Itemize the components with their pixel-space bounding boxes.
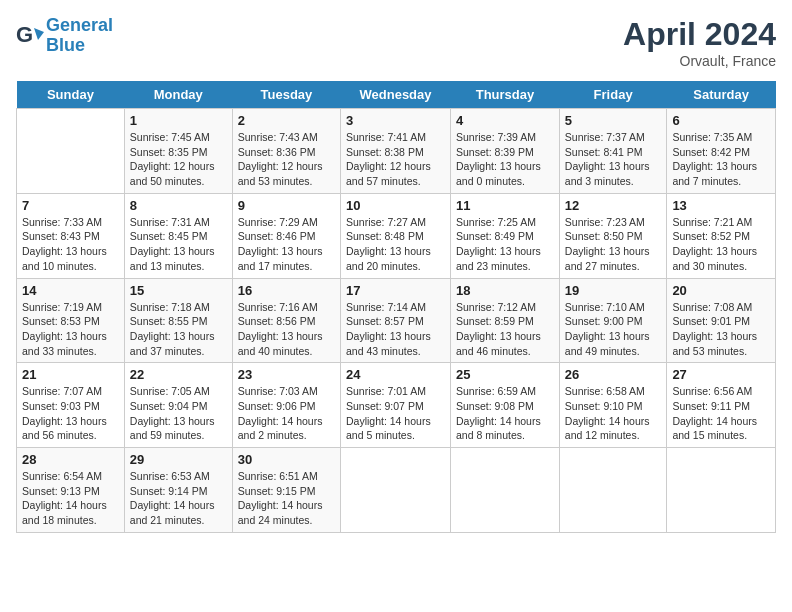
day-info: Sunrise: 7:16 AM Sunset: 8:56 PM Dayligh… xyxy=(238,300,335,359)
day-info: Sunrise: 7:19 AM Sunset: 8:53 PM Dayligh… xyxy=(22,300,119,359)
day-info: Sunrise: 7:25 AM Sunset: 8:49 PM Dayligh… xyxy=(456,215,554,274)
calendar-cell: 8Sunrise: 7:31 AM Sunset: 8:45 PM Daylig… xyxy=(124,193,232,278)
day-info: Sunrise: 7:18 AM Sunset: 8:55 PM Dayligh… xyxy=(130,300,227,359)
svg-marker-1 xyxy=(34,28,44,40)
day-number: 9 xyxy=(238,198,335,213)
calendar-cell: 12Sunrise: 7:23 AM Sunset: 8:50 PM Dayli… xyxy=(559,193,667,278)
calendar-cell: 11Sunrise: 7:25 AM Sunset: 8:49 PM Dayli… xyxy=(451,193,560,278)
day-number: 23 xyxy=(238,367,335,382)
calendar-cell: 21Sunrise: 7:07 AM Sunset: 9:03 PM Dayli… xyxy=(17,363,125,448)
weekday-header: Saturday xyxy=(667,81,776,109)
day-number: 22 xyxy=(130,367,227,382)
calendar-cell: 29Sunrise: 6:53 AM Sunset: 9:14 PM Dayli… xyxy=(124,448,232,533)
day-info: Sunrise: 7:39 AM Sunset: 8:39 PM Dayligh… xyxy=(456,130,554,189)
day-number: 26 xyxy=(565,367,662,382)
calendar-cell: 5Sunrise: 7:37 AM Sunset: 8:41 PM Daylig… xyxy=(559,109,667,194)
day-info: Sunrise: 6:59 AM Sunset: 9:08 PM Dayligh… xyxy=(456,384,554,443)
day-number: 4 xyxy=(456,113,554,128)
calendar-cell xyxy=(667,448,776,533)
calendar-cell: 13Sunrise: 7:21 AM Sunset: 8:52 PM Dayli… xyxy=(667,193,776,278)
calendar-cell: 15Sunrise: 7:18 AM Sunset: 8:55 PM Dayli… xyxy=(124,278,232,363)
calendar-cell: 22Sunrise: 7:05 AM Sunset: 9:04 PM Dayli… xyxy=(124,363,232,448)
calendar-cell: 10Sunrise: 7:27 AM Sunset: 8:48 PM Dayli… xyxy=(341,193,451,278)
day-number: 8 xyxy=(130,198,227,213)
calendar-week-row: 7Sunrise: 7:33 AM Sunset: 8:43 PM Daylig… xyxy=(17,193,776,278)
day-info: Sunrise: 7:41 AM Sunset: 8:38 PM Dayligh… xyxy=(346,130,445,189)
day-info: Sunrise: 7:10 AM Sunset: 9:00 PM Dayligh… xyxy=(565,300,662,359)
day-info: Sunrise: 7:29 AM Sunset: 8:46 PM Dayligh… xyxy=(238,215,335,274)
day-info: Sunrise: 7:31 AM Sunset: 8:45 PM Dayligh… xyxy=(130,215,227,274)
weekday-header: Wednesday xyxy=(341,81,451,109)
calendar-week-row: 14Sunrise: 7:19 AM Sunset: 8:53 PM Dayli… xyxy=(17,278,776,363)
calendar-cell: 28Sunrise: 6:54 AM Sunset: 9:13 PM Dayli… xyxy=(17,448,125,533)
day-number: 18 xyxy=(456,283,554,298)
day-number: 2 xyxy=(238,113,335,128)
day-number: 6 xyxy=(672,113,770,128)
calendar-cell: 6Sunrise: 7:35 AM Sunset: 8:42 PM Daylig… xyxy=(667,109,776,194)
location: Orvault, France xyxy=(623,53,776,69)
calendar-cell: 4Sunrise: 7:39 AM Sunset: 8:39 PM Daylig… xyxy=(451,109,560,194)
weekday-header: Thursday xyxy=(451,81,560,109)
day-info: Sunrise: 6:51 AM Sunset: 9:15 PM Dayligh… xyxy=(238,469,335,528)
day-number: 20 xyxy=(672,283,770,298)
day-number: 25 xyxy=(456,367,554,382)
calendar-cell: 1Sunrise: 7:45 AM Sunset: 8:35 PM Daylig… xyxy=(124,109,232,194)
calendar-cell xyxy=(341,448,451,533)
day-info: Sunrise: 7:12 AM Sunset: 8:59 PM Dayligh… xyxy=(456,300,554,359)
weekday-header: Tuesday xyxy=(232,81,340,109)
day-number: 30 xyxy=(238,452,335,467)
day-info: Sunrise: 6:58 AM Sunset: 9:10 PM Dayligh… xyxy=(565,384,662,443)
calendar-table: SundayMondayTuesdayWednesdayThursdayFrid… xyxy=(16,81,776,533)
day-number: 17 xyxy=(346,283,445,298)
logo-text: General Blue xyxy=(46,16,113,56)
calendar-week-row: 28Sunrise: 6:54 AM Sunset: 9:13 PM Dayli… xyxy=(17,448,776,533)
day-info: Sunrise: 7:01 AM Sunset: 9:07 PM Dayligh… xyxy=(346,384,445,443)
day-number: 11 xyxy=(456,198,554,213)
calendar-cell: 30Sunrise: 6:51 AM Sunset: 9:15 PM Dayli… xyxy=(232,448,340,533)
title-block: April 2024 Orvault, France xyxy=(623,16,776,69)
calendar-cell xyxy=(559,448,667,533)
calendar-week-row: 1Sunrise: 7:45 AM Sunset: 8:35 PM Daylig… xyxy=(17,109,776,194)
calendar-cell: 7Sunrise: 7:33 AM Sunset: 8:43 PM Daylig… xyxy=(17,193,125,278)
day-number: 19 xyxy=(565,283,662,298)
svg-text:G: G xyxy=(16,22,33,47)
day-number: 24 xyxy=(346,367,445,382)
calendar-cell: 3Sunrise: 7:41 AM Sunset: 8:38 PM Daylig… xyxy=(341,109,451,194)
day-info: Sunrise: 7:21 AM Sunset: 8:52 PM Dayligh… xyxy=(672,215,770,274)
day-info: Sunrise: 7:14 AM Sunset: 8:57 PM Dayligh… xyxy=(346,300,445,359)
calendar-cell: 16Sunrise: 7:16 AM Sunset: 8:56 PM Dayli… xyxy=(232,278,340,363)
day-number: 7 xyxy=(22,198,119,213)
day-info: Sunrise: 7:23 AM Sunset: 8:50 PM Dayligh… xyxy=(565,215,662,274)
weekday-header: Sunday xyxy=(17,81,125,109)
calendar-cell: 17Sunrise: 7:14 AM Sunset: 8:57 PM Dayli… xyxy=(341,278,451,363)
day-info: Sunrise: 7:27 AM Sunset: 8:48 PM Dayligh… xyxy=(346,215,445,274)
page-header: G General Blue April 2024 Orvault, Franc… xyxy=(16,16,776,69)
day-info: Sunrise: 7:03 AM Sunset: 9:06 PM Dayligh… xyxy=(238,384,335,443)
day-number: 21 xyxy=(22,367,119,382)
day-info: Sunrise: 7:45 AM Sunset: 8:35 PM Dayligh… xyxy=(130,130,227,189)
calendar-cell: 14Sunrise: 7:19 AM Sunset: 8:53 PM Dayli… xyxy=(17,278,125,363)
day-number: 28 xyxy=(22,452,119,467)
calendar-cell: 9Sunrise: 7:29 AM Sunset: 8:46 PM Daylig… xyxy=(232,193,340,278)
day-number: 13 xyxy=(672,198,770,213)
calendar-cell: 23Sunrise: 7:03 AM Sunset: 9:06 PM Dayli… xyxy=(232,363,340,448)
day-info: Sunrise: 7:35 AM Sunset: 8:42 PM Dayligh… xyxy=(672,130,770,189)
day-info: Sunrise: 7:37 AM Sunset: 8:41 PM Dayligh… xyxy=(565,130,662,189)
calendar-week-row: 21Sunrise: 7:07 AM Sunset: 9:03 PM Dayli… xyxy=(17,363,776,448)
calendar-cell xyxy=(451,448,560,533)
day-number: 10 xyxy=(346,198,445,213)
calendar-cell xyxy=(17,109,125,194)
calendar-cell: 27Sunrise: 6:56 AM Sunset: 9:11 PM Dayli… xyxy=(667,363,776,448)
day-number: 15 xyxy=(130,283,227,298)
day-info: Sunrise: 6:56 AM Sunset: 9:11 PM Dayligh… xyxy=(672,384,770,443)
day-number: 16 xyxy=(238,283,335,298)
day-info: Sunrise: 7:05 AM Sunset: 9:04 PM Dayligh… xyxy=(130,384,227,443)
month-title: April 2024 xyxy=(623,16,776,53)
day-number: 1 xyxy=(130,113,227,128)
day-number: 12 xyxy=(565,198,662,213)
day-number: 29 xyxy=(130,452,227,467)
weekday-header: Friday xyxy=(559,81,667,109)
weekday-header: Monday xyxy=(124,81,232,109)
day-info: Sunrise: 7:43 AM Sunset: 8:36 PM Dayligh… xyxy=(238,130,335,189)
day-number: 27 xyxy=(672,367,770,382)
